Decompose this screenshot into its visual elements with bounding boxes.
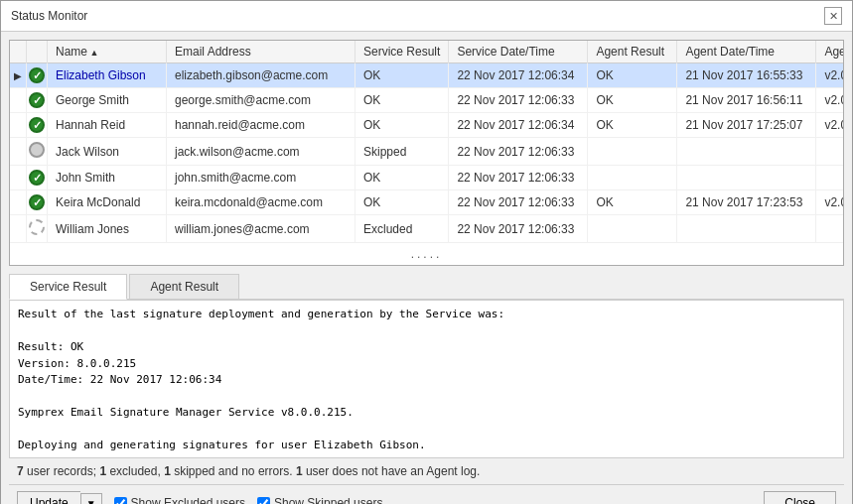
update-button[interactable]: Update <box>17 491 80 504</box>
cell-service-result: Skipped <box>355 138 449 166</box>
more-rows-indicator: ..... <box>10 243 843 265</box>
cell-service-result: OK <box>355 190 449 215</box>
row-status-icon <box>27 88 48 113</box>
status-count-records: 7 <box>17 464 24 478</box>
cell-agent-datetime: 21 Nov 2017 17:25:07 <box>677 113 816 138</box>
tab-service-result[interactable]: Service Result <box>9 274 127 300</box>
cell-name: John Smith <box>48 166 167 190</box>
table-row[interactable]: John Smithjohn.smith@acme.comOK22 Nov 20… <box>10 166 844 190</box>
cell-agent-version: v2.0.0.206 <box>816 113 844 138</box>
cell-agent-datetime: 21 Nov 2017 16:56:11 <box>677 88 816 113</box>
row-arrow-indicator <box>10 190 27 215</box>
cell-email: hannah.reid@acme.com <box>167 113 355 138</box>
table-row[interactable]: William Joneswilliam.jones@acme.comExclu… <box>10 215 844 243</box>
cell-service-datetime: 22 Nov 2017 12:06:33 <box>449 88 588 113</box>
show-excluded-checkbox[interactable] <box>114 497 127 505</box>
cell-agent-result: OK <box>588 190 677 215</box>
log-text: Result of the last signature deployment … <box>18 307 835 458</box>
cell-service-datetime: 22 Nov 2017 12:06:33 <box>449 215 588 243</box>
status-count-no-agent: 1 <box>296 464 303 478</box>
cell-name: Keira McDonald <box>48 190 167 215</box>
cell-agent-datetime <box>677 215 816 243</box>
window-close-button[interactable]: ✕ <box>824 7 842 25</box>
cell-name: Elizabeth Gibson <box>48 63 167 88</box>
col-name[interactable]: Name <box>48 41 167 63</box>
cell-email: george.smith@acme.com <box>167 88 355 113</box>
user-table-container: Name Email Address Service Result Servic… <box>9 40 844 266</box>
table-row[interactable]: Keira McDonaldkeira.mcdonald@acme.comOK2… <box>10 190 844 215</box>
cell-service-result: OK <box>355 63 449 88</box>
col-service-datetime[interactable]: Service Date/Time <box>449 41 588 63</box>
col-agent-result[interactable]: Agent Result <box>588 41 677 63</box>
col-indicator <box>10 41 27 63</box>
cell-service-datetime: 22 Nov 2017 12:06:33 <box>449 166 588 190</box>
main-content: Name Email Address Service Result Servic… <box>1 32 852 504</box>
row-status-icon <box>27 166 48 190</box>
update-dropdown-button[interactable]: ▼ <box>80 493 102 505</box>
status-text-2: excluded, <box>106 464 164 478</box>
row-arrow-indicator <box>10 138 27 166</box>
cell-agent-version: v2.0.0.206 <box>816 63 844 88</box>
status-monitor-window: Status Monitor ✕ Name Email Address Serv… <box>0 0 853 504</box>
tab-content-service-result[interactable]: Result of the last signature deployment … <box>9 300 844 458</box>
cell-agent-version <box>816 215 844 243</box>
user-table: Name Email Address Service Result Servic… <box>10 41 844 243</box>
update-button-group: Update ▼ <box>17 491 102 504</box>
col-service-result[interactable]: Service Result <box>355 41 449 63</box>
row-status-icon <box>27 190 48 215</box>
col-agent-version[interactable]: Agent Version <box>816 41 844 63</box>
row-status-icon <box>27 215 48 243</box>
cell-agent-version <box>816 166 844 190</box>
row-arrow-indicator: ▶ <box>10 63 27 88</box>
cell-agent-result: OK <box>588 88 677 113</box>
cell-email: keira.mcdonald@acme.com <box>167 190 355 215</box>
cell-agent-result: OK <box>588 113 677 138</box>
cell-service-datetime: 22 Nov 2017 12:06:33 <box>449 190 588 215</box>
table-header-row: Name Email Address Service Result Servic… <box>10 41 844 63</box>
cell-name: George Smith <box>48 88 167 113</box>
table-row[interactable]: ▶Elizabeth Gibsonelizabeth.gibson@acme.c… <box>10 63 844 88</box>
row-arrow-indicator <box>10 166 27 190</box>
table-row[interactable]: Hannah Reidhannah.reid@acme.comOK22 Nov … <box>10 113 844 138</box>
bottom-bar: Update ▼ Show Excluded users Show Skippe… <box>9 484 844 504</box>
show-skipped-label[interactable]: Show Skipped users <box>257 496 382 504</box>
window-title: Status Monitor <box>11 9 87 23</box>
table-row[interactable]: Jack Wilsonjack.wilson@acme.comSkipped22… <box>10 138 844 166</box>
cell-agent-datetime: 21 Nov 2017 16:55:33 <box>677 63 816 88</box>
cell-agent-result <box>588 215 677 243</box>
cell-agent-result <box>588 138 677 166</box>
table-body: ▶Elizabeth Gibsonelizabeth.gibson@acme.c… <box>10 63 844 243</box>
show-skipped-checkbox[interactable] <box>257 497 270 505</box>
show-excluded-text: Show Excluded users <box>131 496 245 504</box>
col-agent-datetime[interactable]: Agent Date/Time <box>677 41 816 63</box>
row-arrow-indicator <box>10 113 27 138</box>
tabs-container: Service Result Agent Result Result of th… <box>9 274 844 458</box>
cell-service-result: OK <box>355 113 449 138</box>
cell-agent-datetime <box>677 138 816 166</box>
tab-agent-result[interactable]: Agent Result <box>129 274 239 299</box>
cell-agent-version <box>816 138 844 166</box>
title-bar: Status Monitor ✕ <box>1 1 852 32</box>
col-email[interactable]: Email Address <box>167 41 355 63</box>
cell-agent-datetime: 21 Nov 2017 17:23:53 <box>677 190 816 215</box>
cell-name: William Jones <box>48 215 167 243</box>
status-text-4: user does not have an Agent log. <box>303 464 481 478</box>
cell-agent-version: v2.0.0.206 <box>816 190 844 215</box>
row-status-icon <box>27 113 48 138</box>
cell-email: william.jones@acme.com <box>167 215 355 243</box>
cell-service-result: OK <box>355 166 449 190</box>
tabs-header: Service Result Agent Result <box>9 274 844 300</box>
cell-service-datetime: 22 Nov 2017 12:06:34 <box>449 113 588 138</box>
show-excluded-label[interactable]: Show Excluded users <box>114 496 245 504</box>
cell-name: Jack Wilson <box>48 138 167 166</box>
table-row[interactable]: George Smithgeorge.smith@acme.comOK22 No… <box>10 88 844 113</box>
cell-agent-version: v2.0.0.206 <box>816 88 844 113</box>
status-text-1: user records; <box>24 464 100 478</box>
show-skipped-text: Show Skipped users <box>274 496 382 504</box>
status-bar: 7 user records; 1 excluded, 1 skipped an… <box>9 458 844 484</box>
close-button[interactable]: Close <box>764 491 836 504</box>
cell-agent-result <box>588 166 677 190</box>
cell-service-result: Excluded <box>355 215 449 243</box>
row-status-icon <box>27 138 48 166</box>
cell-email: john.smith@acme.com <box>167 166 355 190</box>
